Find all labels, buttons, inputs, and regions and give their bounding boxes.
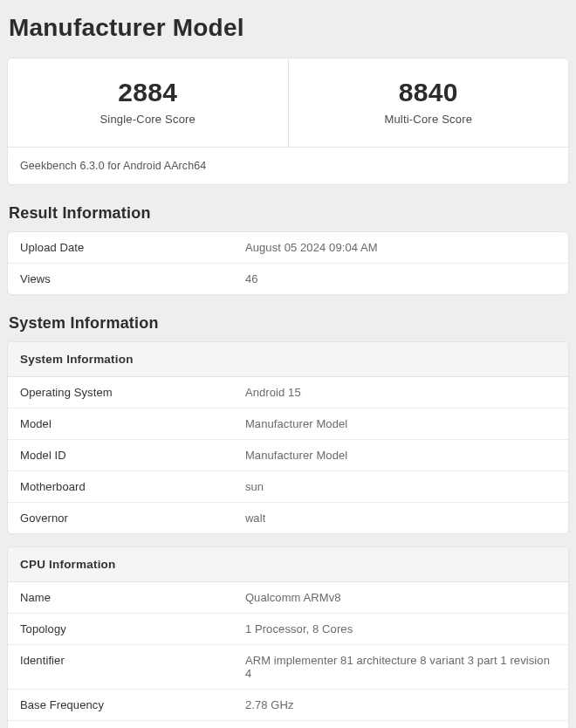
table-row: Motherboard sun [8, 471, 568, 503]
row-val: walt [245, 512, 556, 525]
result-info-title: Result Information [9, 204, 569, 223]
row-val: Manufacturer Model [245, 449, 556, 462]
table-row: Upload Date August 05 2024 09:04 AM [8, 232, 568, 264]
single-core-score: 2884 Single-Core Score [8, 58, 288, 147]
row-key: Governor [20, 512, 245, 525]
table-row: Identifier ARM implementer 81 architectu… [8, 645, 568, 690]
multi-core-value: 8840 [298, 78, 560, 107]
row-val: 2.78 GHz [245, 698, 556, 711]
row-val: 1 Processor, 8 Cores [245, 622, 556, 635]
score-row: 2884 Single-Core Score 8840 Multi-Core S… [8, 58, 568, 148]
result-info-table: Upload Date August 05 2024 09:04 AM View… [7, 231, 569, 295]
system-info-table: System Information Operating System Andr… [7, 341, 569, 534]
table-row: Cluster 1 6 Cores @ 2.78 GHz [8, 721, 568, 728]
page-title: Manufacturer Model [9, 14, 569, 42]
row-val: Android 15 [245, 386, 556, 399]
table-header: CPU Information [8, 547, 568, 582]
row-key: Base Frequency [20, 698, 245, 711]
row-key: Motherboard [20, 480, 245, 493]
system-info-title: System Information [9, 314, 569, 333]
row-val: ARM implementer 81 architecture 8 varian… [245, 654, 556, 680]
row-val: Qualcomm ARMv8 [245, 591, 556, 604]
row-key: Upload Date [20, 241, 245, 254]
table-row: Governor walt [8, 503, 568, 533]
table-row: Operating System Android 15 [8, 377, 568, 409]
row-key: Identifier [20, 654, 245, 680]
cpu-info-table: CPU Information Name Qualcomm ARMv8 Topo… [7, 546, 569, 728]
row-val: August 05 2024 09:04 AM [245, 241, 556, 254]
row-val: Manufacturer Model [245, 417, 556, 430]
single-core-label: Single-Core Score [17, 113, 279, 126]
row-key: Model [20, 417, 245, 430]
row-key: Name [20, 591, 245, 604]
score-card: 2884 Single-Core Score 8840 Multi-Core S… [7, 58, 569, 185]
table-row: Views 46 [8, 264, 568, 294]
row-key: Topology [20, 622, 245, 635]
table-row: Topology 1 Processor, 8 Cores [8, 614, 568, 645]
table-header: System Information [8, 342, 568, 377]
table-row: Model Manufacturer Model [8, 409, 568, 440]
benchmark-version: Geekbench 6.3.0 for Android AArch64 [8, 148, 568, 184]
multi-core-score: 8840 Multi-Core Score [288, 58, 569, 147]
table-row: Base Frequency 2.78 GHz [8, 690, 568, 721]
table-row: Model ID Manufacturer Model [8, 440, 568, 471]
row-val: sun [245, 480, 556, 493]
row-key: Model ID [20, 449, 245, 462]
row-key: Views [20, 272, 245, 285]
multi-core-label: Multi-Core Score [298, 113, 560, 126]
row-val: 46 [245, 272, 556, 285]
single-core-value: 2884 [17, 78, 279, 107]
table-row: Name Qualcomm ARMv8 [8, 582, 568, 614]
row-key: Operating System [20, 386, 245, 399]
